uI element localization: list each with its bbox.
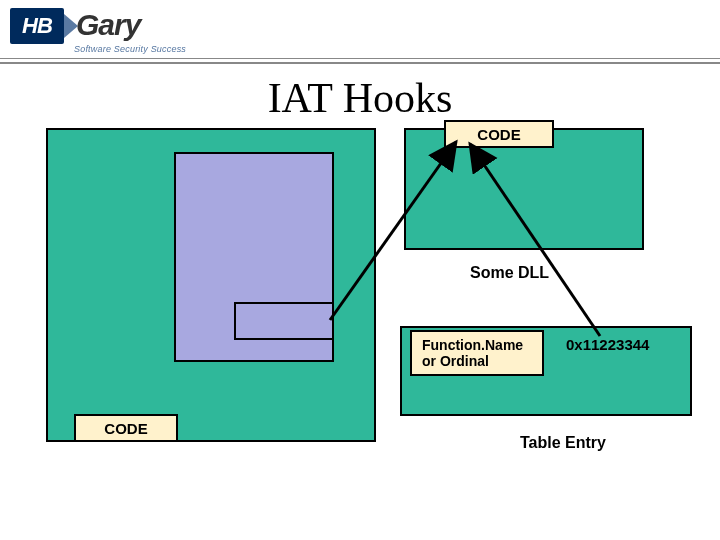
page-title: IAT Hooks <box>0 74 720 122</box>
table-entry-label: Table Entry <box>520 434 606 452</box>
logo-hb: HB <box>10 8 64 44</box>
address-cell: 0x11223344 <box>566 336 649 353</box>
code-label-bottom: CODE <box>74 414 178 442</box>
divider <box>0 58 720 59</box>
function-name-cell: Function.Name or Ordinal <box>410 330 544 376</box>
import-entry-block <box>234 302 334 340</box>
logo-tagline: Software Security Success <box>74 44 186 54</box>
code-label-top: CODE <box>444 120 554 148</box>
logo: HBGary Software Security Success <box>10 8 190 56</box>
some-dll-label: Some DLL <box>470 264 549 282</box>
divider <box>0 62 720 64</box>
logo-gary: Gary <box>76 8 140 42</box>
